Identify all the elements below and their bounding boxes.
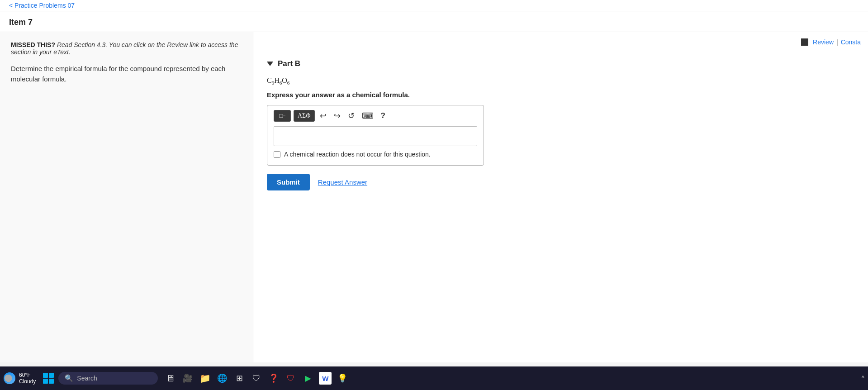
reset-button[interactable]: ↺: [346, 110, 357, 122]
part-b-header: Part B: [267, 59, 854, 68]
media-icon[interactable]: ▶: [302, 372, 314, 385]
edge-icon[interactable]: 🌐: [216, 372, 228, 385]
item-title: Item 7: [9, 18, 33, 27]
taskbar-right: ^: [861, 375, 864, 382]
search-label: Search: [77, 375, 97, 382]
link-divider: |: [836, 38, 838, 46]
help-circle-icon[interactable]: ❓: [267, 372, 280, 385]
no-reaction-row: A chemical reaction does not occur for t…: [274, 151, 477, 158]
symbol-button[interactable]: ΑΣΦ: [294, 110, 315, 122]
no-reaction-label: A chemical reaction does not occur for t…: [284, 151, 431, 158]
subscript-button[interactable]: □=: [274, 110, 291, 122]
molecular-formula: C9H6O6: [267, 76, 854, 86]
grid-icon[interactable]: ⊞: [233, 372, 246, 385]
book-icon: [801, 38, 808, 46]
bulb-icon[interactable]: 💡: [336, 372, 349, 385]
answer-input[interactable]: [274, 126, 477, 146]
breadcrumb-link[interactable]: < Practice Problems 07: [9, 2, 75, 9]
action-row: Submit Request Answer: [267, 174, 854, 190]
problem-description: Determine the empirical formula for the …: [11, 64, 242, 84]
request-answer-button[interactable]: Request Answer: [318, 178, 367, 186]
answer-box: □= ΑΣΦ ↩ ↪ ↺ ⌨ ? A chemical reaction: [267, 105, 484, 166]
answer-toolbar: □= ΑΣΦ ↩ ↪ ↺ ⌨ ?: [274, 110, 477, 122]
chevron-down-icon[interactable]: [267, 62, 273, 66]
weather-icon: [4, 372, 15, 384]
uac-icon[interactable]: 🛡: [285, 372, 297, 385]
part-label: Part B: [278, 59, 300, 68]
missed-this-prefix: MISSED THIS?: [11, 41, 55, 48]
express-label: Express your answer as a chemical formul…: [267, 91, 854, 99]
shield-icon[interactable]: 🛡: [250, 372, 263, 385]
help-button[interactable]: ?: [379, 110, 388, 121]
weather-temp: 60°F: [19, 372, 36, 378]
left-panel: MISSED THIS? Read Section 4.3. You can c…: [0, 32, 253, 362]
missed-this-text: MISSED THIS? Read Section 4.3. You can c…: [11, 41, 242, 56]
breadcrumb[interactable]: < Practice Problems 07: [0, 0, 868, 11]
taskbar-icons: 🖥 🎥 📁 🌐 ⊞ 🛡 ❓ 🛡 ▶ W 💡: [164, 372, 349, 385]
undo-button[interactable]: ↩: [318, 110, 329, 122]
chevron-up-icon[interactable]: ^: [861, 375, 864, 382]
redo-button[interactable]: ↪: [332, 110, 343, 122]
taskbar: 60°F Cloudy 🔍 Search 🖥 🎥 📁 🌐 ⊞ 🛡 ❓ 🛡 ▶ W…: [0, 366, 868, 390]
weather-widget[interactable]: 60°F Cloudy: [4, 372, 36, 385]
top-links: Review | Consta: [801, 38, 861, 46]
keyboard-button[interactable]: ⌨: [360, 110, 376, 122]
constants-link[interactable]: Consta: [841, 38, 861, 46]
folder-icon[interactable]: 📁: [199, 372, 211, 385]
review-link[interactable]: Review: [813, 38, 834, 46]
taskbar-search[interactable]: 🔍 Search: [58, 372, 158, 385]
start-button[interactable]: [43, 373, 54, 384]
camera-icon[interactable]: 🎥: [181, 372, 194, 385]
item-header: Item 7: [0, 11, 868, 32]
submit-button[interactable]: Submit: [267, 174, 310, 190]
word-icon[interactable]: W: [319, 372, 332, 385]
right-panel: Review | Consta Part B C9H6O6 Express yo…: [253, 32, 868, 362]
no-reaction-checkbox[interactable]: [274, 151, 280, 158]
weather-condition: Cloudy: [19, 378, 36, 385]
search-icon: 🔍: [65, 374, 73, 382]
desktop-icon[interactable]: 🖥: [164, 372, 177, 385]
weather-info: 60°F Cloudy: [19, 372, 36, 385]
